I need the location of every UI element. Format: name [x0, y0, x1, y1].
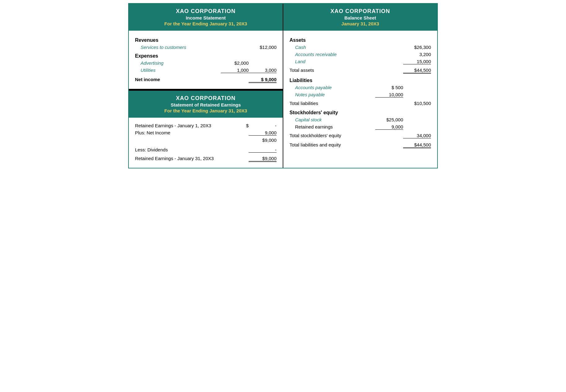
- sre-label-4: Retained Earnings - January 31, 20X3: [135, 156, 221, 161]
- total-liabilities-value: $10,500: [403, 101, 431, 106]
- capital-stock-row: Capital stock $25,000: [290, 116, 431, 123]
- sre-header: XAO CORPORATION Statement of Retained Ea…: [129, 91, 283, 118]
- ap-label: Accounts payable: [290, 85, 375, 90]
- sre-corp-name: XAO CORPORATION: [132, 95, 280, 102]
- capital-stock-label: Capital stock: [290, 117, 375, 122]
- income-statement-header: XAO CORPORATION Income Statement For the…: [129, 4, 283, 31]
- retained-earnings-bs-col1: 9,000: [375, 124, 403, 130]
- np-label: Notes payable: [290, 92, 375, 97]
- land-col2: 15,000: [403, 59, 431, 64]
- equity-title: Stockholders' equity: [290, 110, 431, 115]
- sre-label-1: Plus: Net Income: [135, 130, 221, 135]
- ap-row: Accounts payable $ 500: [290, 84, 431, 91]
- bs-corp-name: XAO CORPORATION: [286, 8, 434, 15]
- total-equity-value: 34,000: [403, 133, 431, 138]
- total-liabilities-label: Total liabilities: [290, 101, 375, 106]
- services-col2: $12,000: [249, 45, 276, 50]
- total-le-row: Total liabilities and equity $44,500: [290, 141, 431, 149]
- np-row: Notes payable 10,000: [290, 91, 431, 98]
- is-date: For the Year Ending January 31, 20X3: [132, 21, 280, 26]
- income-statement-body: Revenues Services to customers $12,000 E…: [129, 31, 283, 89]
- total-le-label: Total liabilities and equity: [290, 142, 375, 147]
- advertising-col1: $2,000: [221, 60, 249, 66]
- sre-col2-1: 9,000: [249, 130, 276, 136]
- total-assets-label: Total assets: [290, 68, 375, 73]
- net-income-row: Net income $ 9,000: [135, 76, 276, 84]
- bs-date: January 31, 20X3: [286, 21, 434, 26]
- sre-col2-4: $9,000: [249, 156, 276, 162]
- retained-earnings-bs-row: Retained earnings 9,000: [290, 123, 431, 131]
- cash-label: Cash: [290, 45, 375, 50]
- liabilities-title: Liabilities: [290, 78, 431, 83]
- net-income-value: $ 9,000: [249, 77, 276, 83]
- land-label: Land: [290, 59, 375, 64]
- sre-label-3: Less: Dividends: [135, 147, 221, 152]
- total-assets-value: $44,500: [403, 68, 431, 74]
- sre-col2-2: $9,000: [249, 137, 276, 143]
- services-label: Services to customers: [135, 45, 221, 50]
- sre-col2-0: -: [249, 123, 276, 128]
- sre-date: For the Year Ending January 31, 20X3: [132, 108, 280, 113]
- bs-header: XAO CORPORATION Balance Sheet January 31…: [283, 4, 437, 31]
- services-row: Services to customers $12,000: [135, 44, 276, 51]
- cash-col2: $26,300: [403, 45, 431, 50]
- ar-col2: 3,200: [403, 52, 431, 57]
- total-liabilities-row: Total liabilities $10,500: [290, 100, 431, 107]
- sre-row-0: Retained Earnings - January 1, 20X3 $ -: [135, 122, 276, 129]
- utilities-col1: 1,000: [221, 68, 249, 73]
- assets-title: Assets: [290, 37, 431, 43]
- sre-label-0: Retained Earnings - January 1, 20X3: [135, 123, 221, 128]
- sre-row-1: Plus: Net Income 9,000: [135, 129, 276, 137]
- sre-row-4: Retained Earnings - January 31, 20X3 $9,…: [135, 155, 276, 163]
- retained-earnings-bs-label: Retained earnings: [290, 124, 375, 129]
- revenues-title: Revenues: [135, 37, 276, 43]
- ap-col1: $ 500: [375, 85, 403, 90]
- bs-body: Assets Cash $26,300 Accounts receivable …: [283, 31, 437, 154]
- right-column: XAO CORPORATION Balance Sheet January 31…: [283, 4, 437, 168]
- advertising-label: Advertising: [135, 60, 221, 66]
- total-le-value: $44,500: [403, 142, 431, 148]
- total-assets-row: Total assets $44,500: [290, 67, 431, 75]
- ar-label: Accounts receivable: [290, 52, 375, 57]
- sre-body: Retained Earnings - January 1, 20X3 $ - …: [129, 118, 283, 168]
- sre-row-3: Less: Dividends -: [135, 146, 276, 154]
- sre-col2-3: -: [249, 147, 276, 153]
- capital-stock-col1: $25,000: [375, 117, 403, 122]
- land-row: Land 15,000: [290, 58, 431, 65]
- net-income-label: Net income: [135, 77, 221, 82]
- page-wrapper: XAO CORPORATION Income Statement For the…: [128, 3, 438, 168]
- sre-subtitle: Statement of Retained Earnings: [132, 102, 280, 107]
- utilities-col2: 3,000: [249, 68, 276, 73]
- income-statement-section: XAO CORPORATION Income Statement For the…: [129, 4, 283, 89]
- is-subtitle: Income Statement: [132, 15, 280, 20]
- left-column: XAO CORPORATION Income Statement For the…: [129, 4, 283, 168]
- ar-row: Accounts receivable 3,200: [290, 51, 431, 58]
- cash-row: Cash $26,300: [290, 44, 431, 51]
- sre-col1-0: $: [221, 123, 249, 128]
- retained-earnings-section: XAO CORPORATION Statement of Retained Ea…: [129, 91, 283, 168]
- np-col1: 10,000: [375, 92, 403, 98]
- total-equity-label: Total stockholders' equity: [290, 133, 375, 138]
- utilities-label: Utilities: [135, 68, 221, 73]
- utilities-row: Utilities 1,000 3,000: [135, 67, 276, 74]
- bs-subtitle: Balance Sheet: [286, 15, 434, 20]
- expenses-title: Expenses: [135, 53, 276, 59]
- sre-row-2: $9,000: [135, 137, 276, 144]
- is-corp-name: XAO CORPORATION: [132, 8, 280, 15]
- advertising-row: Advertising $2,000: [135, 59, 276, 67]
- total-equity-row: Total stockholders' equity 34,000: [290, 132, 431, 139]
